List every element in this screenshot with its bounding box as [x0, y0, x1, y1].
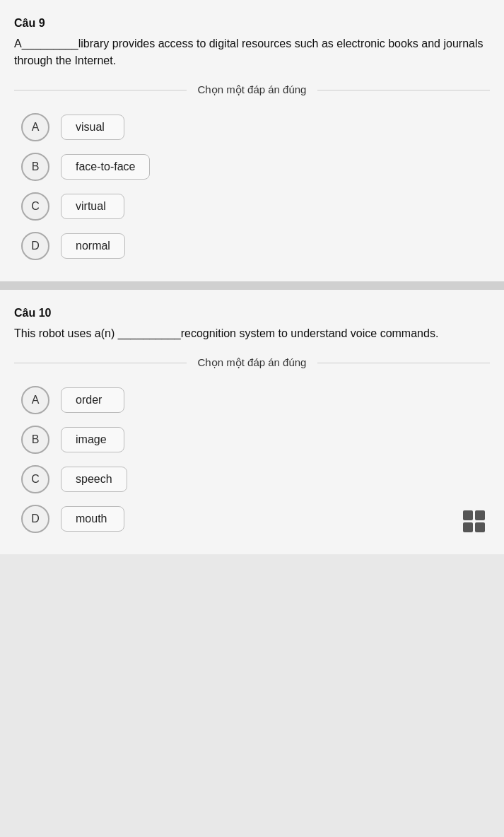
grid-square-4 — [475, 522, 485, 532]
option-9-d-label: normal — [61, 233, 125, 259]
question-10-instruction: Chọn một đáp án đúng — [187, 356, 318, 369]
divider-line-right — [317, 90, 490, 90]
question-10-text: This robot uses a(n) __________recogniti… — [14, 325, 490, 342]
option-10-d-label: mouth — [61, 506, 124, 532]
divider-line-left — [14, 90, 187, 90]
option-10-b[interactable]: B image — [21, 426, 483, 454]
option-9-b[interactable]: B face-to-face — [21, 153, 483, 181]
question-9-divider: Chọn một đáp án đúng — [14, 83, 490, 96]
option-10-c-label: speech — [61, 467, 127, 492]
option-9-d-circle: D — [21, 232, 49, 260]
option-10-b-circle: B — [21, 426, 49, 454]
question-10-number: Câu 10 — [14, 307, 490, 320]
grid-square-2 — [475, 510, 485, 520]
option-9-a[interactable]: A visual — [21, 113, 483, 141]
question-10-divider: Chọn một đáp án đúng — [14, 356, 490, 369]
question-9-card: Câu 9 A_________library provides access … — [0, 0, 504, 281]
option-9-c-circle: C — [21, 192, 49, 221]
question-9-instruction: Chọn một đáp án đúng — [187, 83, 318, 96]
option-9-c-label: virtual — [61, 194, 124, 219]
divider-line-left-10 — [14, 363, 187, 363]
option-10-b-label: image — [61, 427, 124, 452]
option-9-b-circle: B — [21, 153, 49, 181]
option-10-a-circle: A — [21, 386, 49, 414]
grid-menu-icon[interactable] — [460, 508, 487, 534]
question-10-options: A order B image C speech D mouth — [14, 386, 490, 533]
option-9-d[interactable]: D normal — [21, 232, 483, 260]
question-9-text: A_________library provides access to dig… — [14, 35, 490, 69]
option-10-c-circle: C — [21, 465, 49, 493]
grid-square-3 — [463, 522, 473, 532]
option-9-b-label: face-to-face — [61, 154, 150, 180]
option-9-a-circle: A — [21, 113, 49, 141]
option-9-c[interactable]: C virtual — [21, 192, 483, 221]
divider-line-right-10 — [317, 363, 490, 363]
option-10-a[interactable]: A order — [21, 386, 483, 414]
question-10-card: Câu 10 This robot uses a(n) __________re… — [0, 290, 504, 554]
option-10-d-circle: D — [21, 505, 49, 533]
question-9-number: Câu 9 — [14, 17, 490, 30]
option-10-c[interactable]: C speech — [21, 465, 483, 493]
section-separator — [0, 281, 504, 290]
option-9-a-label: visual — [61, 115, 124, 140]
option-10-a-label: order — [61, 387, 124, 413]
question-9-options: A visual B face-to-face C virtual D norm… — [14, 113, 490, 260]
option-10-d[interactable]: D mouth — [21, 505, 483, 533]
grid-square-1 — [463, 510, 473, 520]
